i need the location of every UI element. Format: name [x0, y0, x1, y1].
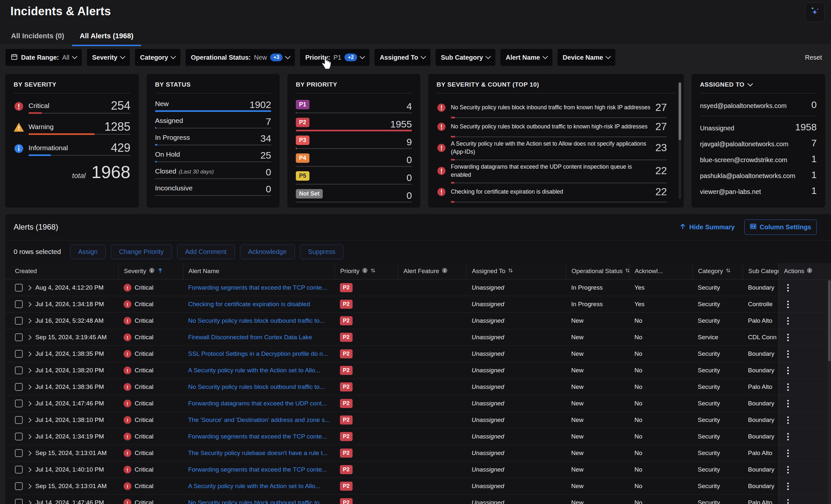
- filter-assigned-to[interactable]: Assigned To: [374, 49, 431, 66]
- reset-filters-button[interactable]: Reset: [805, 54, 822, 61]
- alert-name-link[interactable]: SSL Protocol Settings in a Decryption pr…: [188, 350, 328, 357]
- column-header-sub-category[interactable]: Sub Category: [743, 263, 778, 279]
- bulk-action-button[interactable]: Suppress: [300, 244, 344, 259]
- tab-all-alerts[interactable]: All Alerts (1968): [72, 30, 141, 46]
- row-checkbox[interactable]: [15, 433, 23, 440]
- kebab-menu-icon[interactable]: [785, 497, 791, 504]
- top10-row[interactable]: No Security policy rules block outbound …: [437, 119, 667, 137]
- alert-name-link[interactable]: Forwarding datagrams that exceed the UDP…: [188, 400, 326, 407]
- table-row[interactable]: Sep 15, 2024, 3:13:01 AM Critical A Secu…: [5, 478, 831, 495]
- row-expand-chevron-icon[interactable]: [27, 401, 32, 406]
- assignee-row[interactable]: nsyed@paloaltonetworks.com 0: [700, 100, 817, 110]
- bulk-action-button[interactable]: Assign: [70, 244, 106, 259]
- row-checkbox[interactable]: [15, 416, 23, 424]
- row-checkbox[interactable]: [15, 482, 23, 490]
- assignee-row[interactable]: viewer@pan-labs.net 1: [700, 186, 817, 196]
- filter-device-name[interactable]: Device Name: [557, 49, 616, 66]
- row-checkbox[interactable]: [15, 466, 23, 474]
- kebab-menu-icon[interactable]: [785, 448, 791, 459]
- column-header-alert-feature[interactable]: Alert Feature: [398, 263, 466, 279]
- row-checkbox[interactable]: [15, 383, 23, 391]
- alert-name-link[interactable]: The Security policy rulebase doesn't hav…: [188, 449, 327, 456]
- row-checkbox[interactable]: [15, 366, 23, 374]
- alert-name-link[interactable]: No Security policy rules block outbound …: [188, 499, 325, 504]
- kebab-menu-icon[interactable]: [785, 332, 791, 343]
- row-expand-chevron-icon[interactable]: [27, 335, 32, 340]
- alert-name-link[interactable]: The 'Source' and 'Destination' address a…: [188, 416, 330, 423]
- alert-name-link[interactable]: Forwarding segments that exceed the TCP …: [188, 284, 327, 291]
- kebab-menu-icon[interactable]: [785, 481, 791, 492]
- filter-category[interactable]: Category: [135, 49, 181, 66]
- row-checkbox[interactable]: [15, 499, 23, 504]
- row-checkbox[interactable]: [15, 317, 23, 325]
- alert-name-link[interactable]: Forwarding segments that exceed the TCP …: [188, 433, 327, 440]
- ai-assistant-button[interactable]: [805, 3, 825, 22]
- row-expand-chevron-icon[interactable]: [27, 417, 32, 423]
- row-expand-chevron-icon[interactable]: [27, 434, 32, 439]
- column-header-operational-status[interactable]: Operational Status: [566, 263, 629, 279]
- column-header-created[interactable]: Created: [5, 263, 118, 279]
- row-expand-chevron-icon[interactable]: [27, 450, 32, 456]
- kebab-menu-icon[interactable]: [785, 464, 791, 475]
- row-checkbox[interactable]: [15, 333, 23, 341]
- table-row[interactable]: Sep 15, 2024, 3:19:45 AM Critical Firewa…: [5, 329, 831, 346]
- alert-name-link[interactable]: Checking for certificate expiration is d…: [188, 301, 310, 307]
- chevron-down-icon[interactable]: [748, 81, 753, 87]
- column-header-alert-name[interactable]: Alert Name: [183, 263, 335, 279]
- alert-name-link[interactable]: A Security policy rule with the Action s…: [188, 483, 320, 490]
- row-expand-chevron-icon[interactable]: [27, 500, 32, 504]
- row-expand-chevron-icon[interactable]: [27, 467, 32, 472]
- row-expand-chevron-icon[interactable]: [27, 285, 32, 290]
- kebab-menu-icon[interactable]: [785, 431, 791, 442]
- assignee-row[interactable]: rjavgal@paloaltonetworks.com 7: [700, 138, 817, 148]
- row-expand-chevron-icon[interactable]: [27, 351, 32, 356]
- column-header-severity[interactable]: Severity: [118, 263, 183, 279]
- kebab-menu-icon[interactable]: [785, 299, 791, 310]
- alert-name-link[interactable]: No Security policy rules block outbound …: [188, 317, 325, 324]
- top10-row[interactable]: No Security policy rules block inbound t…: [437, 100, 667, 118]
- kebab-menu-icon[interactable]: [785, 282, 791, 294]
- bulk-action-button[interactable]: Acknowledge: [240, 244, 295, 259]
- filter-severity[interactable]: Severity: [87, 49, 130, 66]
- kebab-menu-icon[interactable]: [785, 414, 791, 426]
- kebab-menu-icon[interactable]: [785, 398, 791, 409]
- kebab-menu-icon[interactable]: [785, 315, 791, 327]
- assignee-row[interactable]: pashukla@paloaltonetworks.com 1: [700, 170, 817, 180]
- top10-row[interactable]: Checking for certificate expiration is d…: [437, 184, 667, 202]
- row-expand-chevron-icon[interactable]: [27, 368, 32, 373]
- card-scrollbar[interactable]: [679, 82, 681, 199]
- table-row[interactable]: Jul 14, 2024, 1:38:10 PM Critical The 'S…: [5, 412, 831, 428]
- column-header-acknowledged[interactable]: Acknowl...: [629, 263, 692, 279]
- kebab-menu-icon[interactable]: [785, 348, 791, 360]
- column-header-actions[interactable]: Actions: [778, 263, 831, 279]
- row-checkbox[interactable]: [15, 300, 23, 308]
- table-row[interactable]: Sep 15, 2024, 3:13:01 AM Critical The Se…: [5, 445, 831, 462]
- scrollbar-thumb[interactable]: [679, 82, 681, 140]
- kebab-menu-icon[interactable]: [785, 381, 791, 393]
- alert-name-link[interactable]: A Security policy rule with the Action s…: [188, 367, 320, 374]
- filter-date-range[interactable]: Date Range: All: [5, 49, 82, 66]
- row-checkbox[interactable]: [15, 399, 23, 407]
- scrollbar-thumb[interactable]: [828, 280, 831, 361]
- column-settings-button[interactable]: Column Settings: [744, 219, 817, 235]
- row-expand-chevron-icon[interactable]: [27, 384, 32, 389]
- kebab-menu-icon[interactable]: [785, 365, 791, 376]
- row-checkbox[interactable]: [15, 449, 23, 457]
- assignee-row[interactable]: blue-screen@crowdstrike.com 1: [700, 154, 817, 164]
- column-header-assigned-to[interactable]: Assigned To: [466, 263, 566, 279]
- alert-name-link[interactable]: Firewall Disconnected from Cortex Data L…: [188, 334, 312, 340]
- table-row[interactable]: Aug 4, 2024, 4:12:20 PM Critical Forward…: [5, 279, 831, 296]
- assignee-row[interactable]: Unassigned 1958: [700, 122, 817, 132]
- alert-name-link[interactable]: No Security policy rules block outbound …: [188, 383, 325, 390]
- column-header-category[interactable]: Category: [692, 263, 743, 279]
- table-row[interactable]: Jul 14, 2024, 1:40:10 PM Critical Forwar…: [5, 462, 831, 478]
- hide-summary-button[interactable]: Hide Summary: [680, 223, 735, 231]
- bulk-action-button[interactable]: Add Comment: [177, 244, 235, 259]
- filter-priority[interactable]: Priority: P1 +2: [300, 49, 369, 66]
- table-row[interactable]: Jul 14, 2024, 1:47:46 PM Critical Forwar…: [5, 395, 831, 412]
- table-row[interactable]: Jul 14, 2024, 1:47:46 PM Critical No Sec…: [5, 495, 831, 504]
- table-row[interactable]: Jul 14, 2024, 1:34:18 PM Critical Checki…: [5, 296, 831, 313]
- filter-operational-status[interactable]: Operational Status: New +3: [185, 49, 295, 66]
- filter-sub-category[interactable]: Sub Category: [435, 49, 496, 66]
- row-expand-chevron-icon[interactable]: [27, 318, 32, 323]
